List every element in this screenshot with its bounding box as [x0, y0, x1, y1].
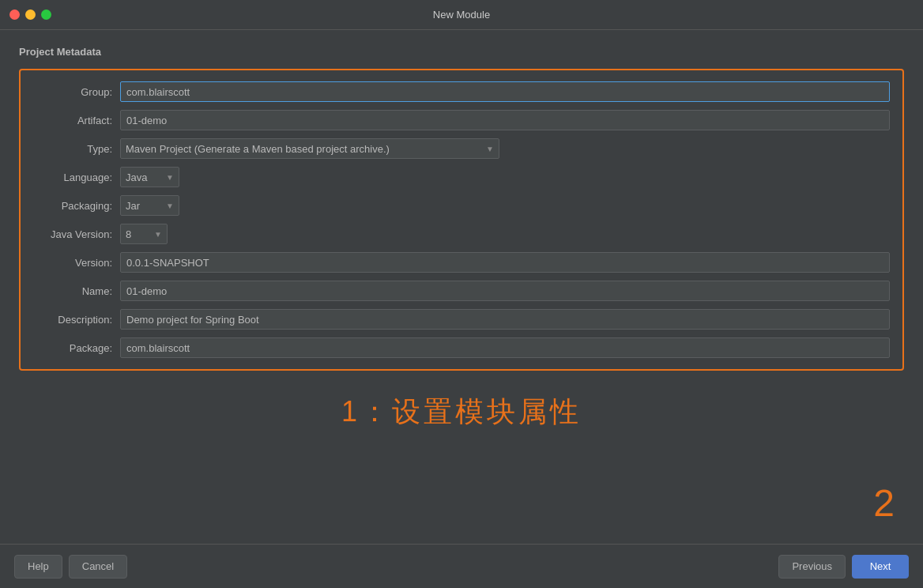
description-row: Description:: [33, 309, 890, 330]
main-content: Project Metadata Group: Artifact: Type: …: [0, 30, 923, 432]
bottom-right-buttons: Previous Next: [778, 555, 909, 579]
type-dropdown-icon: ▼: [486, 145, 494, 153]
java-version-dropdown-icon: ▼: [154, 230, 162, 239]
package-input[interactable]: [120, 337, 890, 358]
previous-button[interactable]: Previous: [778, 555, 846, 579]
version-label: Version:: [33, 257, 120, 269]
language-dropdown-icon: ▼: [166, 173, 174, 182]
artifact-input[interactable]: [120, 110, 890, 130]
description-label: Description:: [33, 314, 120, 326]
group-input[interactable]: [120, 81, 890, 102]
package-row: Package:: [33, 337, 890, 358]
packaging-label: Packaging:: [33, 200, 120, 212]
minimize-button[interactable]: [25, 9, 36, 20]
language-row: Language: Java ▼: [33, 167, 890, 187]
version-row: Version:: [33, 252, 890, 273]
description-input[interactable]: [120, 309, 890, 330]
package-label: Package:: [33, 342, 120, 354]
java-version-label: Java Version:: [33, 228, 120, 240]
help-button[interactable]: Help: [14, 555, 62, 579]
java-version-select[interactable]: 8 ▼: [120, 224, 168, 244]
title-bar: New Module: [0, 0, 923, 30]
number-annotation: 2: [873, 481, 895, 525]
language-select[interactable]: Java ▼: [120, 167, 179, 187]
bottom-bar: Help Cancel Previous Next: [0, 544, 923, 588]
bottom-left-buttons: Help Cancel: [14, 555, 127, 579]
section-title: Project Metadata: [19, 46, 904, 58]
artifact-row: Artifact:: [33, 110, 890, 130]
name-label: Name:: [33, 285, 120, 297]
java-version-select-text: 8: [126, 228, 149, 240]
java-version-row: Java Version: 8 ▼: [33, 224, 890, 244]
maximize-button[interactable]: [41, 9, 51, 20]
group-row: Group:: [33, 81, 890, 102]
type-label: Type:: [33, 143, 120, 155]
name-input[interactable]: [120, 281, 890, 301]
traffic-lights: [9, 9, 51, 20]
language-select-text: Java: [126, 172, 161, 183]
name-row: Name:: [33, 281, 890, 301]
packaging-dropdown-icon: ▼: [166, 202, 174, 210]
step-annotation: 1：设置模块属性: [19, 393, 904, 432]
packaging-row: Packaging: Jar ▼: [33, 195, 890, 216]
language-label: Language:: [33, 172, 120, 183]
version-input[interactable]: [120, 252, 890, 273]
cancel-button[interactable]: Cancel: [69, 555, 127, 579]
metadata-box: Group: Artifact: Type: Maven Project (Ge…: [19, 69, 904, 371]
window-title: New Module: [433, 9, 490, 21]
type-select-text: Maven Project (Generate a Maven based pr…: [126, 143, 481, 155]
artifact-label: Artifact:: [33, 115, 120, 126]
close-button[interactable]: [9, 9, 20, 20]
next-button[interactable]: Next: [852, 555, 909, 579]
type-row: Type: Maven Project (Generate a Maven ba…: [33, 138, 890, 159]
packaging-select[interactable]: Jar ▼: [120, 195, 179, 216]
packaging-select-text: Jar: [126, 200, 161, 212]
group-label: Group:: [33, 86, 120, 98]
type-select[interactable]: Maven Project (Generate a Maven based pr…: [120, 138, 499, 159]
